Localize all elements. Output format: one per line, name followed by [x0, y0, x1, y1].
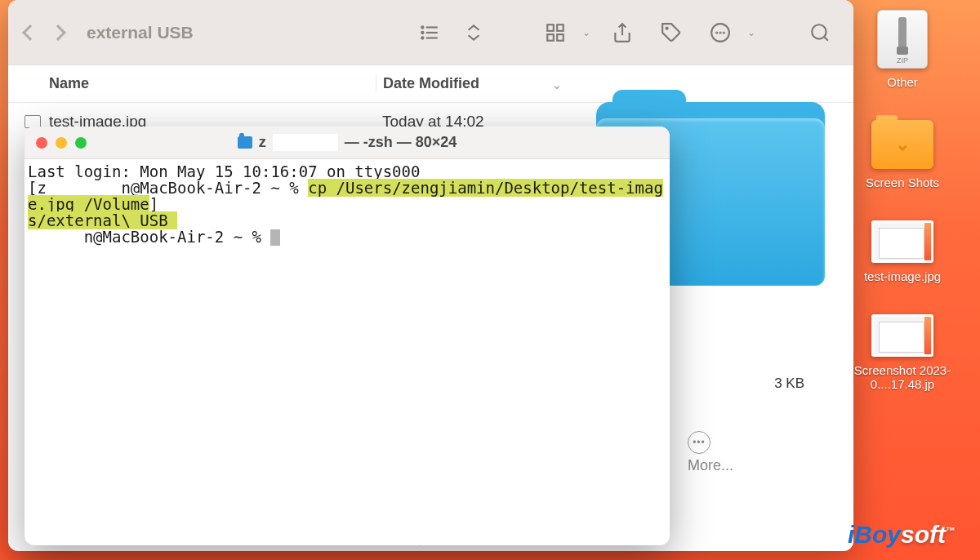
svg-point-5	[421, 37, 423, 38]
svg-rect-9	[557, 34, 564, 41]
svg-rect-6	[547, 24, 554, 31]
more-label: More...	[688, 457, 733, 474]
column-date-header[interactable]: Date Modified ⌄	[376, 75, 572, 92]
svg-rect-8	[547, 34, 554, 41]
image-thumbnail-icon	[871, 220, 933, 263]
home-folder-icon	[238, 136, 252, 149]
more-icon[interactable]: •••	[688, 431, 710, 454]
svg-point-14	[719, 32, 720, 33]
desktop-icons: ZIP Other ⌄ Screen Shots test-image.jpg …	[841, 10, 964, 391]
terminal-title: zxxxxxxxx — -zsh — 80×24	[24, 134, 670, 151]
desktop-item-screenshot-file[interactable]: Screenshot 2023-0....17.48.jp	[841, 314, 964, 391]
svg-rect-7	[557, 24, 564, 31]
folder-icon: ⌄	[871, 120, 933, 169]
search-icon[interactable]	[803, 18, 837, 47]
svg-point-11	[666, 27, 668, 29]
back-button[interactable]	[22, 24, 38, 41]
desktop-item-test-image[interactable]: test-image.jpg	[864, 220, 941, 283]
more-actions-icon[interactable]	[703, 18, 737, 47]
zip-icon: ZIP	[877, 10, 928, 69]
cursor	[270, 229, 280, 246]
chevron-down-icon: ⌄	[552, 78, 562, 91]
desktop-item-other[interactable]: ZIP Other	[877, 10, 928, 89]
tag-icon[interactable]	[654, 18, 688, 47]
image-thumbnail-icon	[871, 314, 933, 357]
svg-point-13	[716, 32, 717, 33]
svg-point-15	[724, 32, 724, 33]
svg-point-4	[421, 31, 423, 33]
finder-title: external USB	[87, 23, 194, 42]
desktop-item-screenshots[interactable]: ⌄ Screen Shots	[866, 120, 939, 189]
list-view-icon[interactable]	[412, 18, 447, 47]
forward-button[interactable]	[50, 24, 66, 41]
terminal-output[interactable]: Last login: Mon May 15 10:16:07 on ttys0…	[24, 159, 670, 251]
branding-watermark: iBoysoft™	[848, 521, 956, 549]
sort-icon[interactable]	[457, 18, 491, 47]
svg-line-17	[824, 37, 828, 41]
share-icon[interactable]	[605, 18, 639, 47]
svg-point-3	[421, 26, 423, 28]
finder-toolbar: external USB ⌄ ⌄	[8, 0, 853, 65]
terminal-titlebar: zxxxxxxxx — -zsh — 80×24	[24, 127, 670, 159]
grid-view-icon[interactable]	[538, 18, 572, 47]
terminal-window: zxxxxxxxx — -zsh — 80×24 Last login: Mon…	[24, 127, 670, 545]
column-name-header[interactable]: Name	[24, 75, 376, 92]
svg-point-16	[812, 24, 826, 38]
